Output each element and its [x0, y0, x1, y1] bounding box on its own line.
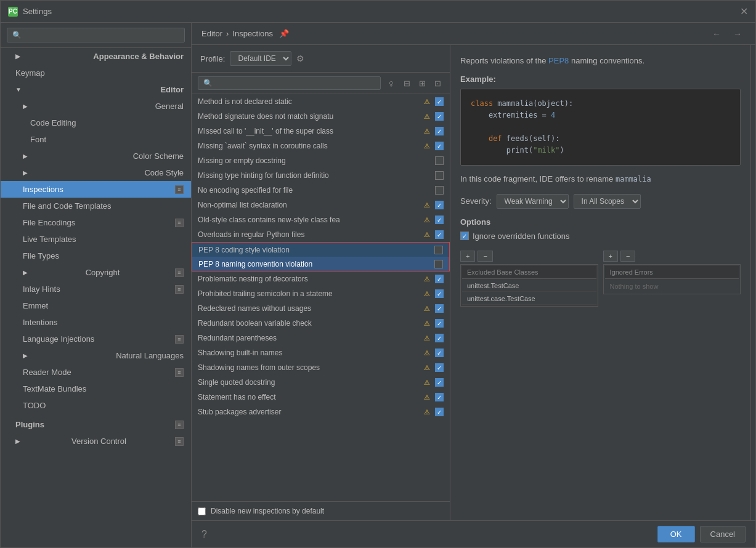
inspection-item-text-17: Shadowing built-in names [198, 349, 419, 357]
checkbox-19[interactable] [435, 378, 444, 387]
sidebar-item-appearance[interactable]: ▶ Appearance & Behavior [1, 48, 191, 65]
sidebar-item-color-scheme[interactable]: ▶ Color Scheme [1, 148, 191, 164]
profile-select[interactable]: Default IDE [230, 51, 291, 66]
checkbox-21[interactable] [435, 408, 444, 416]
inspection-item-11[interactable]: PEP 8 naming convention violation [192, 257, 450, 272]
checkbox-2[interactable] [435, 127, 444, 135]
checkbox-14[interactable] [435, 304, 444, 313]
inspection-item-19[interactable]: Single quoted docstring⚠ [192, 375, 450, 390]
sidebar-item-file-encodings[interactable]: File Encodings ≡ [1, 214, 191, 231]
sidebar-item-natural-languages[interactable]: ▶ Natural Languages [1, 347, 191, 364]
excluded-remove-button[interactable]: − [478, 251, 492, 262]
checkbox-4[interactable] [435, 156, 444, 165]
collapse-all-button[interactable]: ⊞ [417, 78, 428, 89]
sidebar-item-emmet[interactable]: Emmet [1, 297, 191, 314]
inspection-item-21[interactable]: Stub packages advertiser⚠ [192, 405, 450, 419]
inspection-item-7[interactable]: Non-optimal list declaration⚠ [192, 198, 450, 212]
nav-back-button[interactable]: ← [709, 28, 725, 40]
checkbox-1[interactable] [435, 112, 444, 121]
inspection-item-4[interactable]: Missing or empty docstring [192, 153, 450, 168]
scope-select[interactable]: In All Scopes [574, 194, 641, 209]
inspection-item-0[interactable]: Method is not declared static⚠ [192, 94, 450, 109]
checkbox-7[interactable] [435, 201, 444, 209]
checkbox-9[interactable] [435, 230, 444, 239]
gear-button[interactable]: ⚙ [296, 54, 304, 63]
filter-button[interactable]: ⧬ [384, 78, 397, 89]
sidebar-label-emmet: Emmet [23, 301, 48, 310]
checkbox-16[interactable] [435, 334, 444, 342]
sidebar-item-inlay-hints[interactable]: Inlay Hints ≡ [1, 281, 191, 297]
warn-icon-1: ⚠ [423, 112, 431, 121]
inspection-item-8[interactable]: Old-style class contains new-style class… [192, 212, 450, 227]
checkbox-11[interactable] [434, 260, 443, 268]
inspection-item-10[interactable]: PEP 8 coding style violation [192, 242, 450, 257]
sidebar-item-todo[interactable]: TODO [1, 397, 191, 414]
checkbox-3[interactable] [435, 142, 444, 150]
sidebar-item-live-templates[interactable]: Live Templates [1, 231, 191, 248]
inspection-item-13[interactable]: Prohibited trailing semicolon in a state… [192, 286, 450, 301]
right-scrollbar[interactable] [750, 45, 755, 520]
inspection-item-17[interactable]: Shadowing built-in names⚠ [192, 345, 450, 360]
inspection-item-9[interactable]: Overloads in regular Python files⚠ [192, 227, 450, 242]
sidebar-item-plugins[interactable]: Plugins ≡ [1, 416, 191, 433]
inspection-item-12[interactable]: Problematic nesting of decorators⚠ [192, 272, 450, 286]
checkbox-18[interactable] [435, 363, 444, 372]
severity-select[interactable]: Weak Warning [497, 194, 569, 209]
ignored-remove-button[interactable]: − [620, 251, 635, 262]
cancel-button[interactable]: Cancel [700, 526, 746, 542]
inspection-item-15[interactable]: Redundant boolean variable check⚠ [192, 316, 450, 331]
sidebar-item-textmate[interactable]: TextMate Bundles [1, 381, 191, 397]
sidebar-item-font[interactable]: Font [1, 131, 191, 148]
pep8-link[interactable]: PEP8 [548, 56, 569, 65]
nav-forward-button[interactable]: → [730, 28, 746, 40]
ok-button[interactable]: OK [657, 526, 695, 542]
inspection-item-1[interactable]: Method signature does not match signatu⚠ [192, 109, 450, 124]
close-button[interactable]: ✕ [740, 6, 748, 17]
list-view-button[interactable]: ⊡ [432, 78, 444, 89]
checkbox-0[interactable] [435, 97, 444, 106]
sidebar-item-language-injections[interactable]: Language Injections ≡ [1, 331, 191, 347]
filter-input[interactable] [198, 76, 381, 90]
disable-checkbox[interactable] [198, 507, 206, 515]
ignore-overridden-checkbox[interactable] [460, 232, 469, 240]
inspection-item-5[interactable]: Missing type hinting for function defini… [192, 168, 450, 183]
desc-text-before: Reports violations of the [460, 56, 548, 65]
sidebar-item-code-style[interactable]: ▶ Code Style [1, 164, 191, 181]
desc-text: Reports violations of the PEP8 naming co… [460, 55, 741, 67]
inspection-item-14[interactable]: Redeclared names without usages⚠ [192, 301, 450, 316]
inspection-item-16[interactable]: Redundant parentheses⚠ [192, 331, 450, 345]
sidebar-item-copyright[interactable]: ▶ Copyright ≡ [1, 264, 191, 281]
checkbox-15[interactable] [435, 319, 444, 328]
sidebar-item-general[interactable]: ▶ General [1, 98, 191, 115]
inspection-item-6[interactable]: No encoding specified for file [192, 183, 450, 198]
checkbox-5[interactable] [435, 171, 444, 180]
sidebar-item-inspections[interactable]: Inspections ≡ [1, 181, 191, 198]
sidebar-item-file-types[interactable]: File Types [1, 248, 191, 264]
help-button[interactable]: ? [201, 529, 207, 540]
sidebar-item-reader-mode[interactable]: Reader Mode ≡ [1, 364, 191, 381]
checkbox-12[interactable] [435, 275, 444, 283]
ignored-add-button[interactable]: + [603, 251, 618, 262]
sidebar-item-file-code-templates[interactable]: File and Code Templates [1, 198, 191, 214]
sidebar-item-intentions[interactable]: Intentions [1, 314, 191, 331]
sidebar-item-keymap[interactable]: Keymap [1, 65, 191, 81]
sidebar-item-code-editing[interactable]: Code Editing [1, 115, 191, 131]
checkbox-10[interactable] [434, 246, 443, 254]
checkbox-20[interactable] [435, 393, 444, 401]
inspection-item-20[interactable]: Statement has no effect⚠ [192, 390, 450, 405]
sidebar-search-input[interactable] [7, 28, 185, 42]
checkbox-13[interactable] [435, 289, 444, 298]
checkbox-8[interactable] [435, 216, 444, 224]
inspection-item-18[interactable]: Shadowing names from outer scopes⚠ [192, 360, 450, 375]
breadcrumb-sep: › [226, 29, 229, 38]
sidebar-item-editor[interactable]: ▼ Editor [1, 81, 191, 98]
checkbox-6[interactable] [435, 186, 444, 195]
warn-icon-0: ⚠ [423, 97, 431, 106]
warn-icon-12: ⚠ [423, 275, 431, 283]
expand-all-button[interactable]: ⊟ [401, 78, 413, 89]
sidebar-item-version-control[interactable]: ▶ Version Control ≡ [1, 433, 191, 449]
inspection-item-2[interactable]: Missed call to '__init__' of the super c… [192, 124, 450, 139]
excluded-add-button[interactable]: + [460, 251, 475, 262]
inspection-item-3[interactable]: Missing `await` syntax in coroutine call… [192, 139, 450, 153]
checkbox-17[interactable] [435, 349, 444, 357]
